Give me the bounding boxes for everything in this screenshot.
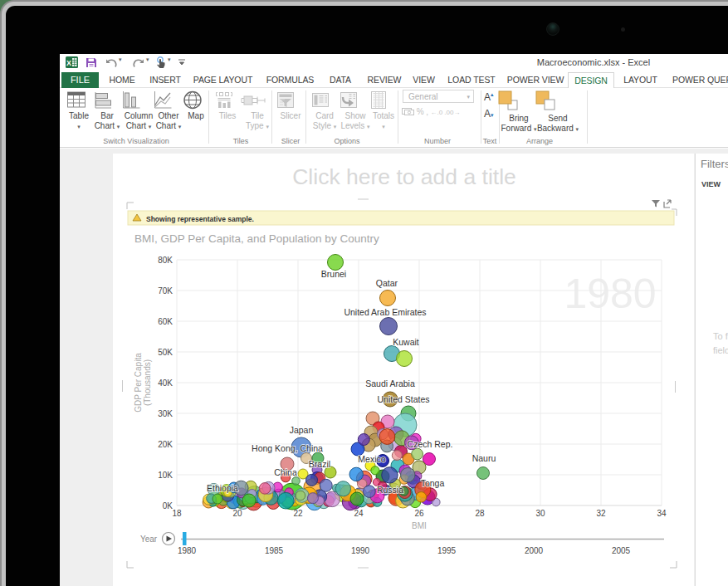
svg-text:BMI, GDP Per Capita, and Popul: BMI, GDP Per Capita, and Population by C… — [134, 232, 379, 245]
svg-text:Showing representative sample.: Showing representative sample. — [146, 215, 254, 223]
svg-text:Click here to add a title: Click here to add a title — [292, 164, 516, 189]
